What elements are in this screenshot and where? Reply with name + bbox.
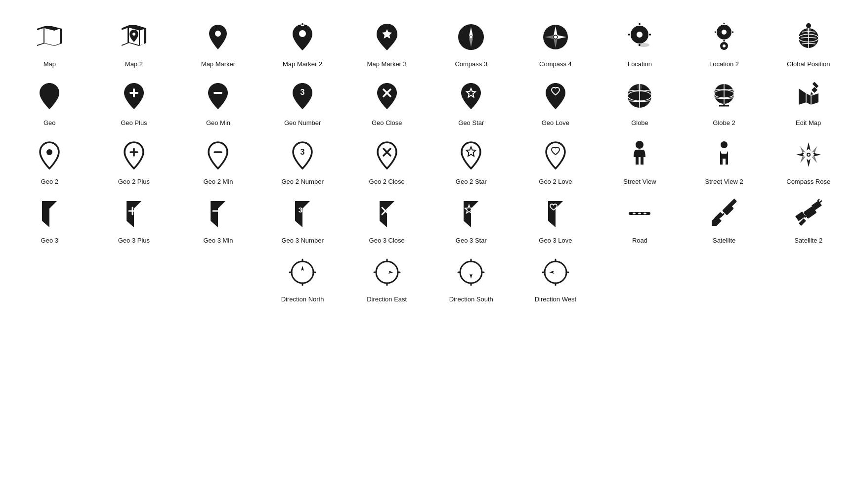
compass-rose-icon xyxy=(791,137,826,172)
svg-point-4 xyxy=(470,36,472,39)
icon-item-geo-3-close[interactable]: Geo 3 Close xyxy=(347,196,427,245)
geo-2-star-icon xyxy=(454,137,488,172)
icon-item-compass-4[interactable]: Compass 4 xyxy=(516,20,596,69)
icon-label-geo-2-love: Geo 2 Love xyxy=(539,178,572,186)
geo-min-icon xyxy=(201,79,235,113)
icon-item-geo-min[interactable]: Geo Min xyxy=(178,79,258,127)
empty-space-row5 xyxy=(10,255,258,314)
icon-label-geo-2-plus: Geo 2 Plus xyxy=(118,178,150,186)
icon-label-street-view-2: Street View 2 xyxy=(705,178,743,186)
icon-item-globe[interactable]: Globe xyxy=(600,79,680,127)
direction-east-icon xyxy=(370,255,404,290)
map-marker-2-icon xyxy=(285,20,320,54)
icon-item-geo-plus[interactable]: Geo Plus xyxy=(94,79,174,127)
icon-item-geo-3-star[interactable]: Geo 3 Star xyxy=(431,196,511,245)
geo-2-number-icon: 3 xyxy=(285,137,320,172)
icon-item-street-view-2[interactable]: Street View 2 xyxy=(685,137,764,186)
icon-label-geo-star: Geo Star xyxy=(458,119,484,127)
icon-item-location-2[interactable]: Location 2 xyxy=(685,20,764,69)
geo-3-love-icon xyxy=(538,196,573,231)
icon-item-geo-3-number[interactable]: 3 Geo 3 Number xyxy=(263,196,343,245)
icon-item-globe-2[interactable]: Globe 2 xyxy=(685,79,764,127)
icon-item-geo-2-number[interactable]: 3 Geo 2 Number xyxy=(263,137,343,186)
icon-item-edit-map[interactable]: Edit Map xyxy=(769,79,848,127)
satellite-icon xyxy=(707,196,741,231)
svg-point-49 xyxy=(721,141,728,148)
icon-label-direction-east: Direction East xyxy=(367,295,407,304)
icon-item-geo-2-star[interactable]: Geo 2 Star xyxy=(431,137,511,186)
icon-label-direction-south: Direction South xyxy=(449,295,493,304)
icon-item-map-marker-3[interactable]: Map Marker 3 xyxy=(347,20,427,69)
svg-point-21 xyxy=(723,44,726,47)
map-icon xyxy=(32,20,67,54)
geo-3-number-icon: 3 xyxy=(285,196,320,231)
map-marker-3-icon xyxy=(370,20,404,54)
road-icon xyxy=(622,196,657,231)
icon-item-global-position[interactable]: Global Position xyxy=(769,20,848,69)
icon-item-geo-3-plus[interactable]: Geo 3 Plus xyxy=(94,196,174,245)
icon-item-compass-rose[interactable]: Compass Rose xyxy=(769,137,848,186)
icon-item-direction-north[interactable]: Direction North xyxy=(263,255,343,314)
icon-label-compass-4: Compass 4 xyxy=(539,60,572,69)
icon-item-road[interactable]: Road xyxy=(600,196,680,245)
icon-item-compass-3[interactable]: Compass 3 xyxy=(431,20,511,69)
icon-item-geo-star[interactable]: Geo Star xyxy=(431,79,511,127)
globe-icon xyxy=(622,79,657,113)
geo-2-love-icon xyxy=(538,137,573,172)
icon-label-direction-north: Direction North xyxy=(281,295,324,304)
satellite-2-icon xyxy=(791,196,826,231)
svg-point-70 xyxy=(292,261,313,283)
geo-3-min-icon xyxy=(201,196,235,231)
icon-label-geo-close: Geo Close xyxy=(372,119,402,127)
icon-item-geo-2-plus[interactable]: Geo 2 Plus xyxy=(94,137,174,186)
icon-item-map-2[interactable]: Map 2 xyxy=(94,20,174,69)
icon-item-direction-west[interactable]: Direction West xyxy=(516,255,596,314)
geo-2-icon xyxy=(32,137,67,172)
icon-item-geo-close[interactable]: Geo Close xyxy=(347,79,427,127)
icon-item-map-marker-2[interactable]: Map Marker 2 xyxy=(263,20,343,69)
icon-item-satellite-2[interactable]: Satellite 2 xyxy=(769,196,848,245)
globe-2-icon xyxy=(707,79,741,113)
icon-label-geo-2-min: Geo 2 Min xyxy=(204,178,233,186)
icon-item-geo-3-love[interactable]: Geo 3 Love xyxy=(516,196,596,245)
icon-item-geo-2[interactable]: Geo 2 xyxy=(10,137,89,186)
icon-label-geo-3: Geo 3 xyxy=(41,237,58,245)
icon-item-direction-east[interactable]: Direction East xyxy=(347,255,427,314)
empty-space-row5-end xyxy=(685,255,848,314)
icon-label-geo-3-love: Geo 3 Love xyxy=(539,237,572,245)
icon-grid: Map Map 2 Map Marker Map Marker 2 Map Ma… xyxy=(10,20,848,314)
geo-number-icon: 3 xyxy=(285,79,320,113)
icon-item-geo-number[interactable]: 3 Geo Number xyxy=(263,79,343,127)
svg-point-75 xyxy=(376,261,398,283)
icon-label-geo-3-star: Geo 3 Star xyxy=(456,237,487,245)
icon-item-geo-3-min[interactable]: Geo 3 Min xyxy=(178,196,258,245)
icon-item-geo[interactable]: Geo xyxy=(10,79,89,127)
location-icon xyxy=(622,20,657,54)
svg-rect-59 xyxy=(633,212,636,214)
icon-item-direction-south[interactable]: Direction South xyxy=(431,255,511,314)
icon-item-map-marker[interactable]: Map Marker xyxy=(178,20,258,69)
icon-item-location[interactable]: Location xyxy=(600,20,680,69)
icon-item-satellite[interactable]: Satellite xyxy=(685,196,764,245)
geo-3-icon xyxy=(32,196,67,231)
svg-point-13 xyxy=(638,43,649,47)
icon-item-map[interactable]: Map xyxy=(10,20,89,69)
direction-south-icon xyxy=(454,255,488,290)
icon-label-edit-map: Edit Map xyxy=(796,119,821,127)
geo-love-icon xyxy=(538,79,573,113)
icon-item-geo-2-min[interactable]: Geo 2 Min xyxy=(178,137,258,186)
svg-point-51 xyxy=(808,154,810,156)
street-view-2-icon xyxy=(707,137,741,172)
svg-point-85 xyxy=(545,261,566,283)
icon-label-location: Location xyxy=(628,60,652,69)
icon-label-map-marker-2: Map Marker 2 xyxy=(283,60,322,69)
geo-icon xyxy=(32,79,67,113)
icon-item-geo-3[interactable]: Geo 3 xyxy=(10,196,89,245)
icon-label-location-2: Location 2 xyxy=(709,60,739,69)
icon-item-geo-love[interactable]: Geo Love xyxy=(516,79,596,127)
svg-line-68 xyxy=(817,199,819,201)
icon-item-geo-2-love[interactable]: Geo 2 Love xyxy=(516,137,596,186)
svg-point-80 xyxy=(460,261,482,283)
icon-item-street-view[interactable]: Street View xyxy=(600,137,680,186)
icon-item-geo-2-close[interactable]: Geo 2 Close xyxy=(347,137,427,186)
